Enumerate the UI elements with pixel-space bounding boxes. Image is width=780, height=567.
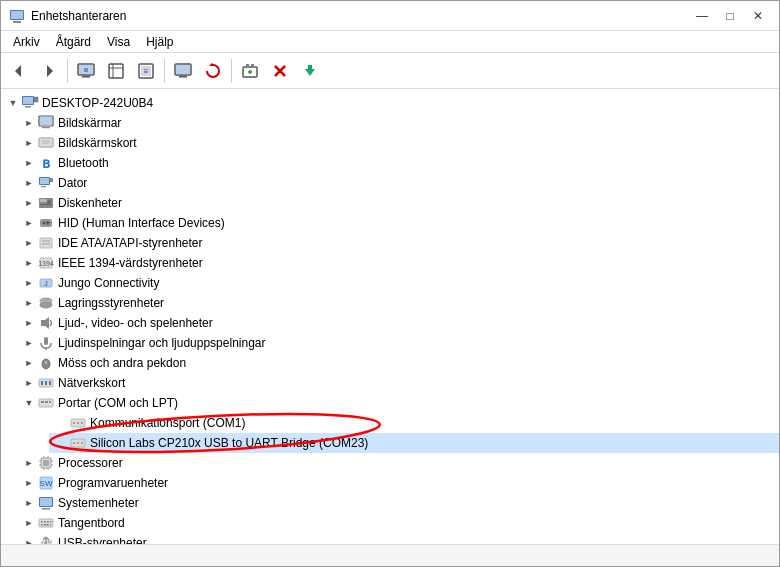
label-dator: Dator — [58, 173, 87, 193]
add-icon — [241, 62, 259, 80]
expand-keyboard[interactable]: ► — [21, 515, 37, 531]
status-bar — [1, 544, 779, 566]
svg-rect-16 — [179, 76, 187, 78]
expand-network[interactable]: ► — [21, 375, 37, 391]
tree-row-jungo[interactable]: ► J Jungo Connectivity — [17, 273, 779, 293]
mouse-icon — [37, 354, 55, 372]
toolbar-btn-1[interactable] — [72, 57, 100, 85]
expand-lag[interactable]: ► — [21, 295, 37, 311]
toolbar-btn-2[interactable] — [102, 57, 130, 85]
svg-point-46 — [47, 200, 51, 204]
menu-atgard[interactable]: Åtgärd — [48, 33, 99, 51]
expand-sys[interactable]: ► — [21, 495, 37, 511]
svg-rect-72 — [41, 401, 44, 403]
minimize-button[interactable]: — — [689, 6, 715, 26]
audio-icon — [37, 334, 55, 352]
storage-icon — [37, 294, 55, 312]
tree-row-ljud[interactable]: ► Ljud-, video- och spelenheter — [17, 313, 779, 333]
expand-jungo[interactable]: ► — [21, 275, 37, 291]
remove-button[interactable] — [266, 57, 294, 85]
svg-point-61 — [40, 302, 52, 308]
svg-rect-97 — [40, 498, 52, 506]
svg-rect-2 — [11, 11, 23, 19]
expand-root[interactable]: ▼ — [5, 95, 21, 111]
label-jungo: Jungo Connectivity — [58, 273, 159, 293]
svg-rect-1 — [13, 21, 21, 23]
menu-visa[interactable]: Visa — [99, 33, 138, 51]
back-button[interactable] — [5, 57, 33, 85]
tree-row-portar[interactable]: ▼ Portar (COM och LPT) — [17, 393, 779, 413]
svg-rect-43 — [50, 178, 53, 182]
toolbar-btn-3[interactable]: ≡ — [132, 57, 160, 85]
expand-moss[interactable]: ► — [21, 355, 37, 371]
expand-prog[interactable]: ► — [21, 475, 37, 491]
svg-rect-84 — [43, 460, 49, 466]
tree-row-bluetooth[interactable]: ► ʙ Bluetooth — [17, 153, 779, 173]
title-bar: Enhetshanteraren — □ ✕ — [1, 1, 779, 31]
title-bar-left: Enhetshanteraren — [9, 8, 126, 24]
expand-ide[interactable]: ► — [21, 235, 37, 251]
toolbar-icon-2 — [107, 62, 125, 80]
forward-button[interactable] — [35, 57, 63, 85]
tree-area[interactable]: ▼ DESKTOP-242U0B4 ► — [1, 89, 779, 544]
forward-icon — [41, 63, 57, 79]
tree-row-sys[interactable]: ► Systemenheter — [17, 493, 779, 513]
close-button[interactable]: ✕ — [745, 6, 771, 26]
add-button[interactable] — [236, 57, 264, 85]
label-ljudinsp: Ljudinspelningar och ljuduppspelningar — [58, 333, 266, 353]
tree-row-bildskärmskort[interactable]: ► Bildskärmskort — [17, 133, 779, 153]
menu-hjalp[interactable]: Hjälp — [138, 33, 181, 51]
tree-row-usb[interactable]: ► USB-styrenheter — [17, 533, 779, 544]
tree-row-proc[interactable]: ► — [17, 453, 779, 473]
expand-proc[interactable]: ► — [21, 455, 37, 471]
expand-bildskärmskort[interactable]: ► — [21, 135, 37, 151]
maximize-button[interactable]: □ — [717, 6, 743, 26]
label-ljud: Ljud-, video- och spelenheter — [58, 313, 213, 333]
toolbar-btn-monitor[interactable] — [169, 57, 197, 85]
tree-row-moss[interactable]: ► Möss och andra pekdon — [17, 353, 779, 373]
refresh-icon — [204, 62, 222, 80]
svg-rect-74 — [49, 401, 51, 403]
com-port-icon — [69, 414, 87, 432]
tree-row-ieee[interactable]: ► 1394 IEEE 1394-värdstyrenheter — [17, 253, 779, 273]
tree-row-prog[interactable]: ► SW Programvaruenheter — [17, 473, 779, 493]
update-button[interactable] — [296, 57, 324, 85]
tree-row-com23[interactable]: ► Silicon Labs CP210x USB to — [49, 433, 779, 453]
label-ieee: IEEE 1394-värdstyrenheter — [58, 253, 203, 273]
tree-root: ▼ DESKTOP-242U0B4 ► — [1, 93, 779, 544]
tree-row-lag[interactable]: ► Lagringsstyrenheter — [17, 293, 779, 313]
tree-row-ide[interactable]: ► IDE ATA/ATAPI-styrenheter — [17, 233, 779, 253]
tree-row-bildskärmar[interactable]: ► Bildskärmar — [17, 113, 779, 133]
expand-dator[interactable]: ► — [21, 175, 37, 191]
svg-marker-3 — [15, 65, 21, 77]
expand-ieee[interactable]: ► — [21, 255, 37, 271]
expand-hid[interactable]: ► — [21, 215, 37, 231]
toolbar-icon-3: ≡ — [137, 62, 155, 80]
svg-rect-34 — [40, 117, 52, 125]
svg-rect-30 — [23, 97, 33, 104]
tree-row-network[interactable]: ► Nätverkskort — [17, 373, 779, 393]
expand-ljudinsp[interactable]: ► — [21, 335, 37, 351]
tree-row-dator[interactable]: ► Dator — [17, 173, 779, 193]
refresh-button[interactable] — [199, 57, 227, 85]
svg-rect-45 — [40, 199, 47, 202]
toolbar-icon-1 — [77, 62, 95, 80]
svg-point-81 — [77, 442, 79, 444]
expand-usb[interactable]: ► — [21, 535, 37, 544]
window: Enhetshanteraren — □ ✕ Arkiv Åtgärd Visa… — [0, 0, 780, 567]
menu-arkiv[interactable]: Arkiv — [5, 33, 48, 51]
title-controls: — □ ✕ — [689, 6, 771, 26]
expand-diskenheter[interactable]: ► — [21, 195, 37, 211]
expand-ljud[interactable]: ► — [21, 315, 37, 331]
expand-portar[interactable]: ▼ — [21, 395, 37, 411]
tree-row-com1[interactable]: ► Kommunikationsport (COM1) — [49, 413, 779, 433]
tree-row-root[interactable]: ▼ DESKTOP-242U0B4 — [1, 93, 779, 113]
label-com1: Kommunikationsport (COM1) — [90, 413, 245, 433]
expand-bluetooth[interactable]: ► — [21, 155, 37, 171]
tree-row-ljudinsp[interactable]: ► Ljudinspelningar och ljuduppspelningar — [17, 333, 779, 353]
svg-rect-52 — [40, 238, 52, 248]
expand-bildskärmar[interactable]: ► — [21, 115, 37, 131]
tree-row-keyboard[interactable]: ► — [17, 513, 779, 533]
tree-row-hid[interactable]: ► HID (Human Interface Devices) — [17, 213, 779, 233]
tree-row-diskenheter[interactable]: ► Diskenheter — [17, 193, 779, 213]
